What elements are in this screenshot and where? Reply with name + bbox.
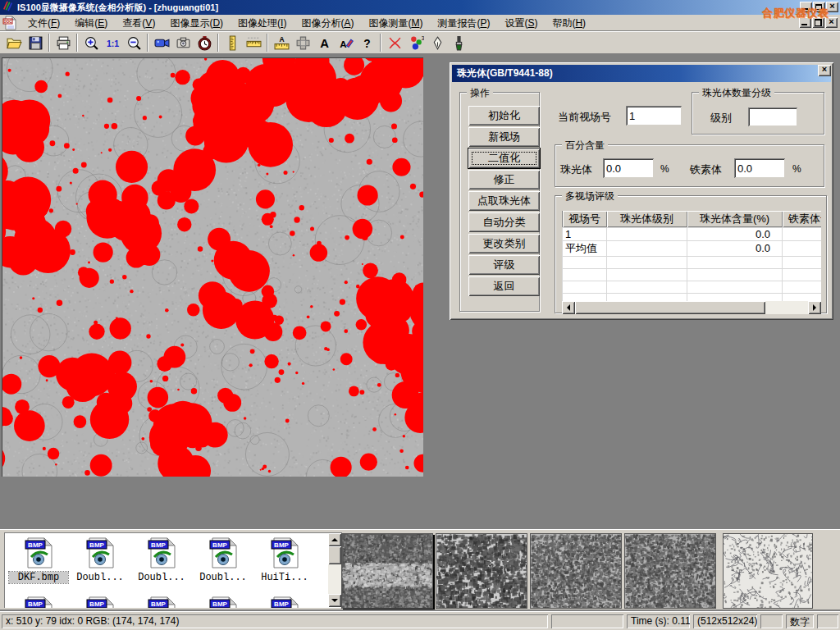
open-icon[interactable] [3,33,25,52]
file-name: Doubl... [132,572,191,583]
metallographic-image[interactable] [2,57,423,477]
thumbnail-image[interactable] [624,533,716,609]
edit-annotation-icon[interactable]: A [335,33,356,52]
menu-item-p[interactable]: 测量报告(P) [430,16,497,30]
grading-group: 珠光体数量分级 级别 [692,92,824,135]
table-row[interactable] [563,256,822,268]
timer-clock-icon[interactable] [194,33,215,52]
op-button-初始化[interactable]: 初始化 [468,106,540,126]
video-camera-icon[interactable] [151,33,172,52]
dialog-title: 珠光体(GB/T9441-88) [457,66,553,80]
thumbnail-image[interactable] [436,533,527,609]
scroll-up-button[interactable] [328,533,341,546]
status-panel-1 [551,614,623,628]
status-panel-3: (512x512x24) [693,614,757,628]
menu-item-e[interactable]: 编辑(E) [67,16,115,30]
menu-item-m[interactable]: 图像测量(M) [361,16,430,30]
file-item-partial[interactable]: BMP [255,596,314,608]
dialog-close-button[interactable] [818,65,831,76]
save-icon[interactable] [25,33,46,52]
thumbnail-image[interactable] [341,533,433,609]
file-item[interactable]: BMPHuiTi... [255,537,314,583]
scrollbar-track[interactable] [765,301,808,314]
thumbnail-image[interactable] [530,533,622,609]
menu-item-f[interactable]: 文件(F) [21,16,67,30]
menu-item-h[interactable]: 帮助(H) [545,16,593,30]
scrollbar-thumb[interactable] [575,301,765,314]
pearlite-dialog: 珠光体(GB/T9441-88) 操作 初始化新视场二值化修正点取珠光体自动分类… [450,62,833,320]
table-row[interactable] [563,281,822,293]
print-icon[interactable] [52,33,74,52]
table-row[interactable]: 10.0 [563,227,822,240]
curve-tool-icon[interactable] [384,33,405,52]
ferrite-label: 铁素体 [690,162,722,177]
scroll-right-button[interactable] [808,301,821,314]
file-browser: BMPDKF.bmpBMPBMPDoubl...BMPBMPDoubl...BM… [4,532,342,608]
scroll-down-button[interactable] [328,594,341,607]
title-bar: IS100显微摄像系统(金相分析版) - [zhuguangti01] [0,0,840,15]
menu-item-v[interactable]: 查看(V) [115,16,162,30]
op-button-二值化[interactable]: 二值化 [468,148,540,168]
particle-classify-icon[interactable]: 3 [405,33,427,52]
operation-group: 操作 初始化新视场二值化修正点取珠光体自动分类更改类别评级返回 [459,92,540,312]
pearlite-percent-input[interactable] [603,158,654,178]
table-row[interactable] [563,268,822,281]
table-row[interactable]: 平均值0.0 [563,240,822,256]
file-item[interactable]: BMPDKF.bmp [9,537,68,583]
file-item[interactable]: BMPDoubl... [194,537,253,583]
menu-item-i[interactable]: 图像处理(I) [231,16,294,30]
toolbar-separator [76,34,78,52]
caliper-icon[interactable] [221,33,243,52]
menu-item-d[interactable]: 图像显示(D) [162,16,231,30]
file-scrollbar-thumb[interactable] [328,546,341,564]
svg-text:BMP: BMP [89,600,104,608]
table-horizontal-scrollbar[interactable] [562,301,821,314]
file-name: Doubl... [71,572,130,583]
file-item[interactable]: BMPDoubl... [132,537,191,583]
grade-level-input[interactable] [748,107,797,126]
brush-tool-icon[interactable] [448,33,469,52]
menu-item-s[interactable]: 设置(S) [497,16,545,30]
file-item-partial[interactable]: BMP [132,596,191,608]
zoom-out-icon[interactable] [123,33,144,52]
percent-group-label: 百分含量 [562,139,608,153]
grid-tool-icon[interactable] [292,33,313,52]
file-list-scrollbar[interactable] [328,533,341,607]
file-scrollbar-track[interactable] [328,564,341,594]
toolbar-separator [380,34,381,52]
text-label-icon[interactable]: A [313,33,335,52]
dialog-title-bar[interactable]: 珠光体(GB/T9441-88) [452,65,831,82]
help-icon[interactable]: ? [356,33,377,52]
ruler-icon[interactable] [243,33,264,52]
measure-scale-icon[interactable]: A [271,33,292,52]
menu-item-a[interactable]: 图像分析(A) [294,16,361,30]
file-item[interactable]: BMPDoubl... [71,537,130,583]
op-button-修正[interactable]: 修正 [468,170,540,189]
op-button-返回[interactable]: 返回 [468,276,540,296]
current-field-input[interactable] [626,106,682,126]
file-item-partial[interactable]: BMP [71,596,130,608]
status-bar: x: 510 y: 79 idx: 0 RGB: (174, 174, 174)… [0,611,840,630]
op-button-点取珠光体[interactable]: 点取珠光体 [468,191,540,211]
file-item-partial[interactable]: BMP [9,596,68,608]
actual-size-icon[interactable]: 1:1 [102,33,123,52]
zoom-in-icon[interactable] [80,33,102,52]
toolbar: 1:1AAA?3 [0,31,840,54]
rating-table: 视场号珠光体级别珠光体含量(%)铁素体含量(%)10.0平均值0.0 [562,211,821,314]
status-panel-5: 数字 [786,614,814,628]
op-button-自动分类[interactable]: 自动分类 [468,212,540,232]
op-button-更改类别[interactable]: 更改类别 [468,234,540,253]
op-button-评级[interactable]: 评级 [468,255,540,275]
op-button-新视场[interactable]: 新视场 [468,127,540,147]
menu-bar: DOC 文件(F)编辑(E)查看(V)图像显示(D)图像处理(I)图像分析(A)… [0,15,840,31]
snapshot-camera-icon[interactable] [172,33,194,52]
thumbnail-image[interactable] [723,533,813,609]
multi-field-group-label: 多视场评级 [562,189,618,203]
svg-text:?: ? [363,37,370,49]
pen-tool-icon[interactable] [427,33,448,52]
ferrite-percent-input[interactable] [734,158,785,178]
scroll-left-button[interactable] [562,301,575,314]
svg-text:A: A [340,38,347,48]
status-panel-2: Time (s): 0.113 [627,614,690,628]
file-item-partial[interactable]: BMP [194,596,253,608]
